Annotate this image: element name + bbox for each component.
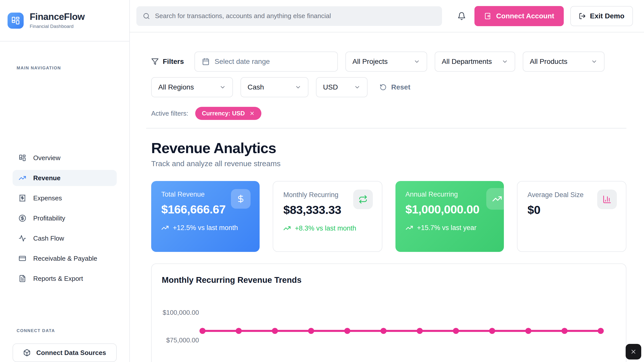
reset-filters-button[interactable]: Reset [380, 83, 410, 91]
page-title: Revenue Analytics [151, 140, 626, 156]
chevron-down-icon [591, 58, 597, 65]
chevron-down-icon [414, 58, 420, 65]
regions-dropdown[interactable]: All Regions [151, 77, 233, 97]
mrr-trends-chart-card: Monthly Recurring Revenue Trends $100,00… [151, 263, 626, 362]
currency-dropdown[interactable]: USD [316, 77, 368, 97]
repeat-icon [358, 195, 368, 204]
stat-card-total-revenue: Total Revenue $166,666.67 +12.5% vs last… [151, 181, 260, 252]
app-title: FinanceFlow [30, 12, 85, 22]
connect-data-sources-label: Connect Data Sources [36, 349, 106, 357]
sidebar-item-expenses[interactable]: Expenses [13, 190, 117, 206]
search-icon [143, 13, 150, 20]
layout-dashboard-icon [19, 154, 26, 162]
sidebar-item-label: Reports & Export [33, 275, 83, 283]
wallet-icon [484, 12, 492, 20]
chart-data-point [525, 328, 531, 334]
mrr-trends-chart: $100,000.00$75,000.00$50,000.00 [162, 292, 616, 362]
active-filters-label: Active filters: [151, 110, 188, 117]
exit-demo-label: Exit Demo [590, 12, 624, 20]
search-input[interactable] [155, 12, 435, 20]
stat-trend-text: +12.5% vs last month [173, 223, 238, 232]
sidebar-item-label: Expenses [33, 194, 62, 202]
payment-method-dropdown-value: Cash [248, 83, 264, 91]
date-range-placeholder: Select date range [215, 58, 270, 66]
line-chart-svg: $100,000.00$75,000.00$50,000.00 [162, 292, 617, 362]
chevron-down-icon [295, 84, 301, 90]
page-subtitle: Track and analyze all revenue streams [151, 159, 626, 168]
sidebar-item-label: Overview [33, 154, 60, 162]
sidebar: FinanceFlow Financial Dashboard MAIN NAV… [0, 0, 130, 362]
stat-icon-chip [231, 189, 251, 209]
sidebar-item-label: Revenue [33, 174, 60, 182]
chart-data-point [308, 328, 314, 334]
sidebar-item-profitability[interactable]: Profitability [13, 210, 117, 226]
topbar: Connect Account Exit Demo [130, 0, 644, 32]
stat-card-annual-recurring: Annual Recurring $1,000,000.00 +15.7% vs… [395, 181, 504, 252]
stat-trend-text: +15.7% vs last year [417, 223, 476, 232]
sidebar-item-revenue[interactable]: Revenue [13, 170, 117, 186]
chevron-down-icon [219, 84, 226, 90]
demo-widget-close-button[interactable] [626, 344, 641, 359]
departments-dropdown[interactable]: All Departments [435, 52, 515, 72]
currency-dropdown-value: USD [323, 83, 338, 91]
calendar-icon [202, 58, 210, 65]
file-text-icon [19, 275, 26, 282]
stat-trend: +15.7% vs last year [406, 223, 494, 232]
log-out-icon [579, 13, 586, 20]
chart-data-point [381, 328, 387, 334]
active-filter-chip-label: Currency: USD [202, 110, 245, 117]
connect-account-label: Connect Account [496, 12, 554, 20]
dollar-sign-icon [236, 194, 245, 203]
projects-dropdown-value: All Projects [352, 58, 388, 66]
stat-value: $1,000,000.00 [406, 202, 494, 216]
exit-demo-button[interactable]: Exit Demo [570, 6, 633, 26]
projects-dropdown[interactable]: All Projects [345, 52, 427, 72]
close-icon [630, 348, 637, 355]
date-range-input[interactable]: Select date range [194, 52, 338, 72]
active-filter-chip-currency[interactable]: Currency: USD [195, 107, 261, 120]
app-logo-icon [8, 13, 24, 29]
search-box[interactable] [136, 6, 442, 26]
notifications-button[interactable] [457, 12, 466, 20]
connect-data-header: CONNECT DATA [0, 328, 129, 333]
reset-label: Reset [391, 83, 410, 91]
close-icon [249, 111, 255, 116]
rotate-ccw-icon [380, 84, 387, 91]
sidebar-item-label: Cash Flow [33, 235, 64, 242]
sidebar-item-cash-flow[interactable]: Cash Flow [13, 230, 117, 246]
bar-chart-icon [602, 195, 612, 204]
chart-data-point [417, 328, 423, 334]
main-navigation-header: MAIN NAVIGATION [0, 66, 129, 142]
filters-title-label: Filters [163, 58, 184, 66]
sidebar-item-reports-export[interactable]: Reports & Export [13, 270, 117, 287]
stat-cards-row: Total Revenue $166,666.67 +12.5% vs last… [151, 181, 626, 252]
chart-data-point [272, 328, 278, 334]
sidebar-item-receivable-payable[interactable]: Receivable & Payable [13, 250, 117, 266]
stat-trend: +12.5% vs last month [161, 223, 250, 232]
products-dropdown[interactable]: All Products [523, 52, 605, 72]
active-filters-row: Active filters: Currency: USD [151, 107, 626, 120]
chart-data-point [236, 328, 242, 334]
stat-trend: +8.3% vs last month [283, 224, 372, 233]
sidebar-item-overview[interactable]: Overview [13, 150, 117, 166]
connect-account-button[interactable]: Connect Account [474, 6, 564, 26]
y-axis-tick-label: $75,000.00 [166, 336, 199, 344]
payment-method-dropdown[interactable]: Cash [240, 77, 308, 97]
activity-icon [19, 235, 26, 242]
credit-card-icon [19, 255, 26, 262]
bell-icon [457, 12, 466, 20]
stat-label: Annual Recurring [406, 191, 494, 198]
products-dropdown-value: All Products [530, 58, 567, 66]
sidebar-item-label: Profitability [33, 214, 65, 222]
chart-data-point [598, 328, 604, 334]
y-axis-tick-label: $100,000.00 [163, 309, 199, 316]
chart-data-point [344, 328, 350, 334]
app-tagline: Financial Dashboard [30, 24, 85, 29]
connect-data-sources-button[interactable]: Connect Data Sources [13, 343, 117, 362]
section-divider [146, 128, 626, 128]
stat-icon-chip [353, 190, 373, 209]
trending-up-icon [406, 224, 413, 232]
regions-dropdown-value: All Regions [158, 83, 194, 91]
trending-up-icon [492, 194, 502, 204]
chart-data-point [453, 328, 459, 334]
